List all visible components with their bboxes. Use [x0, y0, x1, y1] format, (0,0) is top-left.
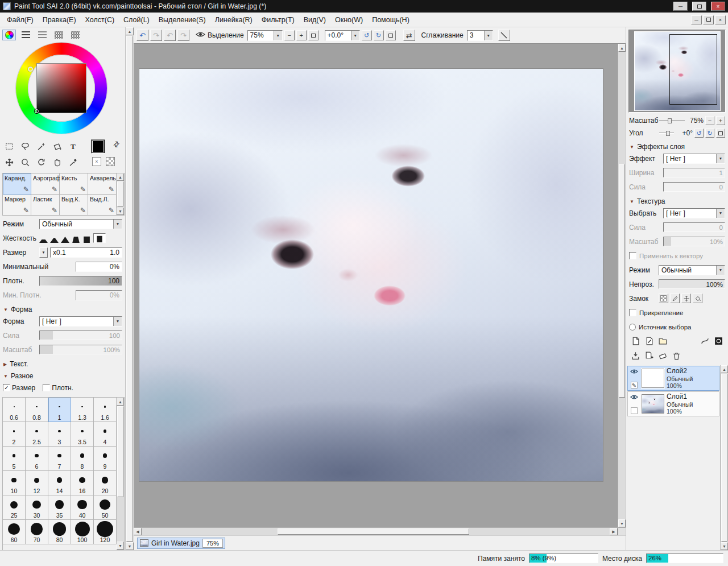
- brush-size-9[interactable]: 9: [94, 447, 117, 471]
- lasso-tool[interactable]: [18, 139, 32, 153]
- brush-size-14[interactable]: 14: [48, 471, 71, 495]
- brush-size-20[interactable]: 20: [94, 471, 117, 495]
- foreground-color-swatch[interactable]: [91, 139, 105, 154]
- document-tab[interactable]: Girl in Water.jpg 75%: [137, 538, 225, 549]
- navigator-zoom-out-button[interactable]: −: [705, 116, 714, 125]
- brush-size-120[interactable]: 120: [94, 520, 117, 544]
- scroll-down-icon[interactable]: ▼: [618, 519, 626, 527]
- brush-size-2.5[interactable]: 2.5: [26, 422, 48, 447]
- slider-handle[interactable]: [668, 118, 672, 123]
- scroll-thumb[interactable]: [126, 36, 133, 542]
- lock-transparency-icon[interactable]: [659, 294, 668, 303]
- smoothing-dropdown[interactable]: 3 ▼: [467, 30, 493, 41]
- hardness-selected-box[interactable]: [93, 233, 106, 243]
- clear-layer-button[interactable]: [658, 351, 668, 362]
- menu-item-2[interactable]: Холст(C): [81, 14, 119, 26]
- special-layer-button[interactable]: [714, 336, 723, 348]
- brush-size-1.6[interactable]: 1.6: [94, 398, 117, 422]
- scroll-thumb[interactable]: [117, 181, 123, 206]
- brush-tool-0[interactable]: Каранд.✎: [3, 173, 31, 195]
- layer-row-1[interactable]: ✎Слой2Обычный100%: [627, 366, 719, 391]
- brush-size-1[interactable]: 1: [48, 398, 71, 422]
- transparent-color-swatch[interactable]: [106, 157, 115, 166]
- menu-item-3[interactable]: Слой(L): [119, 14, 154, 26]
- navigator-zoom-in-button[interactable]: +: [716, 116, 725, 125]
- brush-mode-dropdown[interactable]: Обычный ▼: [39, 219, 122, 229]
- brush-tool-7[interactable]: Выд.Л.✎: [88, 195, 117, 216]
- canvas-vertical-scrollbar[interactable]: ▲ ▼: [618, 44, 626, 527]
- brush-tool-4[interactable]: Маркер✎: [3, 195, 31, 216]
- brush-size-50[interactable]: 50: [94, 495, 117, 520]
- brush-size-40[interactable]: 40: [71, 495, 94, 520]
- layer-visibility-icon[interactable]: [630, 368, 638, 376]
- brush-grid-scrollbar[interactable]: ▲ ▼: [117, 173, 125, 216]
- navigator-rotate-cw-button[interactable]: ↻: [705, 129, 714, 138]
- saturation-value-square[interactable]: [37, 64, 86, 113]
- child-restore-button[interactable]: [703, 15, 714, 24]
- scroll-thumb[interactable]: [278, 528, 469, 535]
- delete-layer-button[interactable]: [672, 351, 681, 362]
- brush-size-0.8[interactable]: 0.8: [26, 398, 48, 422]
- minimum-size-field[interactable]: 0%: [76, 262, 122, 272]
- lock-pixels-icon[interactable]: [670, 294, 680, 303]
- brush-tool-2[interactable]: Кисть✎: [60, 173, 88, 195]
- scroll-left-icon[interactable]: ◀: [134, 528, 142, 535]
- rotate-reset-button[interactable]: [386, 30, 396, 40]
- new-layer-button[interactable]: [631, 336, 640, 348]
- bucket-tool[interactable]: [50, 139, 64, 153]
- magic-wand-tool[interactable]: [34, 139, 48, 153]
- scroll-up-icon[interactable]: ▲: [117, 173, 124, 181]
- navigator-angle-slider[interactable]: [659, 129, 674, 137]
- history-forward-button[interactable]: ↷: [177, 30, 189, 41]
- zoom-dropdown[interactable]: 75% ▼: [247, 30, 283, 41]
- size-unit-dropdown[interactable]: ▼: [39, 247, 48, 258]
- navigator-rotate-ccw-button[interactable]: ↺: [694, 129, 704, 138]
- menu-item-8[interactable]: Окно(W): [330, 14, 367, 26]
- tab-color-wheel[interactable]: [2, 30, 16, 40]
- undo-button[interactable]: ↶: [136, 30, 148, 41]
- menu-item-4[interactable]: Выделение(S): [154, 14, 210, 26]
- secondary-color-swatch[interactable]: ×: [92, 157, 101, 166]
- layer-opacity-slider[interactable]: 100%: [659, 279, 725, 289]
- density-slider[interactable]: 100: [39, 276, 122, 286]
- selection-source-radio[interactable]: [629, 324, 636, 330]
- zoom-out-button[interactable]: −: [284, 30, 295, 40]
- apply-vector-checkbox[interactable]: [629, 252, 636, 259]
- flip-horizontal-button[interactable]: ⇄: [403, 30, 415, 41]
- zoom-reset-button[interactable]: [308, 30, 318, 40]
- tab-hsv-sliders[interactable]: [35, 30, 49, 40]
- scroll-down-icon[interactable]: ▼: [126, 542, 134, 550]
- layer-mode-dropdown[interactable]: Обычный ▼: [659, 265, 725, 275]
- menu-item-6[interactable]: Фильтр(T): [257, 14, 299, 26]
- merge-down-button[interactable]: [631, 351, 640, 362]
- hardness-hardest-icon[interactable]: [82, 236, 91, 243]
- hardness-hard-icon[interactable]: [72, 236, 80, 243]
- scroll-up-icon[interactable]: ▲: [126, 27, 134, 35]
- brush-size-12[interactable]: 12: [26, 471, 48, 495]
- rotate-cw-button[interactable]: ↻: [374, 30, 384, 40]
- move-tool[interactable]: [2, 155, 16, 169]
- scroll-down-icon[interactable]: ▼: [117, 208, 124, 215]
- child-minimize-button[interactable]: ─: [691, 15, 702, 24]
- stroke-curve-button[interactable]: [700, 336, 710, 348]
- layers-scrollbar[interactable]: ▲ ▼: [720, 365, 728, 550]
- brush-size-7[interactable]: 7: [48, 447, 71, 471]
- menu-item-9[interactable]: Помощь(H): [367, 14, 414, 26]
- navigator-scale-slider[interactable]: [659, 117, 685, 125]
- brush-size-3[interactable]: 3: [48, 422, 71, 447]
- brush-tool-5[interactable]: Ластик✎: [31, 195, 60, 216]
- scroll-right-icon[interactable]: ▶: [610, 528, 618, 535]
- brush-size-60[interactable]: 60: [3, 520, 26, 544]
- layer-row-2[interactable]: Слой1Обычный100%: [627, 391, 719, 416]
- menu-item-1[interactable]: Правка(E): [38, 14, 81, 26]
- canvas-image-girl-in-water[interactable]: [139, 69, 603, 481]
- zoom-tool[interactable]: [18, 155, 32, 169]
- shape-section-header[interactable]: ▼ Форма: [3, 305, 122, 313]
- navigator-view-rect[interactable]: [669, 34, 717, 105]
- lock-position-icon[interactable]: [681, 294, 691, 303]
- navigator-thumbnail[interactable]: [635, 32, 720, 110]
- swap-colors-icon[interactable]: ⇄: [111, 139, 121, 149]
- scroll-down-icon[interactable]: ▼: [117, 542, 124, 550]
- zoom-in-button[interactable]: +: [296, 30, 307, 40]
- scroll-up-icon[interactable]: ▲: [721, 365, 728, 373]
